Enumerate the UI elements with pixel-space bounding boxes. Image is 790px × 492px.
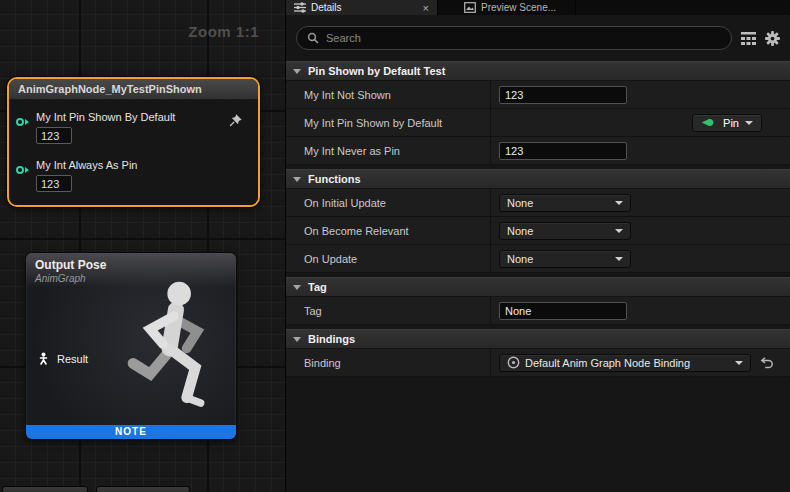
section-functions: Functions On Initial Update None On Beco… [286, 169, 790, 273]
pin-label: My Int Always As Pin [36, 159, 137, 171]
section-header[interactable]: Bindings [286, 329, 790, 349]
settings-gear-icon[interactable] [765, 31, 780, 46]
property-label: Binding [286, 349, 491, 376]
details-panel: Details × Preview Scene... [285, 0, 790, 492]
result-pin-label: Result [57, 353, 88, 365]
partial-node[interactable] [96, 486, 190, 492]
section-title: Tag [308, 281, 327, 293]
pin-icon [701, 118, 717, 127]
chevron-down-icon [293, 69, 301, 74]
mannequin-figure [118, 277, 236, 439]
property-row: On Become Relevant None [286, 217, 790, 245]
binding-dropdown[interactable]: Default Anim Graph Node Binding [499, 354, 751, 372]
chevron-down-icon [293, 177, 301, 182]
section-header[interactable]: Functions [286, 169, 790, 189]
chevron-down-icon [615, 257, 623, 261]
search-input[interactable] [326, 32, 721, 44]
node-title: Output Pose [35, 258, 227, 272]
pin-visibility-dropdown[interactable]: Pin [692, 114, 762, 132]
chevron-down-icon [293, 337, 301, 342]
property-row: Binding Default Anim Graph Node Binding [286, 349, 790, 377]
property-label: My Int Never as Pin [286, 137, 491, 164]
tab-label: Details [311, 2, 342, 13]
dropdown-value: None [507, 253, 533, 265]
pushpin-icon[interactable] [229, 114, 242, 129]
dropdown-value: None [507, 197, 533, 209]
result-pin-row: Result [37, 352, 88, 365]
property-label: Tag [286, 297, 491, 324]
property-row: Tag [286, 297, 790, 325]
chevron-down-icon [745, 121, 753, 125]
chevron-down-icon [615, 229, 623, 233]
section-bindings: Bindings Binding Default Anim Graph Node… [286, 329, 790, 377]
note-bar[interactable]: NOTE [26, 425, 236, 439]
node-body: My Int Pin Shown By Default My Int Alway… [9, 100, 258, 205]
section-header[interactable]: Pin Shown by Default Test [286, 61, 790, 81]
search-icon [307, 32, 319, 44]
property-label: My Int Pin Shown by Default [286, 109, 491, 136]
binding-icon [507, 356, 520, 369]
section-title: Functions [308, 173, 361, 185]
node-title[interactable]: AnimGraphNode_MyTestPinShown [9, 79, 258, 100]
anim-graph-canvas[interactable]: Zoom 1:1 AnimGraphNode_MyTestPinShown My… [0, 0, 285, 492]
binding-value: Default Anim Graph Node Binding [525, 357, 690, 369]
section-header[interactable]: Tag [286, 277, 790, 297]
details-icon [294, 2, 306, 13]
search-box[interactable] [296, 26, 732, 50]
chevron-down-icon [735, 361, 743, 365]
output-pose-node[interactable]: Output Pose AnimGraph Result NOTE [25, 252, 237, 440]
partial-node[interactable] [2, 486, 88, 492]
unreal-editor-window: Zoom 1:1 AnimGraphNode_MyTestPinShown My… [0, 0, 790, 492]
int-pin-icon[interactable] [16, 118, 29, 126]
section-tag: Tag Tag [286, 277, 790, 325]
property-label: On Become Relevant [286, 217, 491, 244]
int-pin-icon[interactable] [16, 166, 29, 174]
preview-scene-icon [464, 2, 476, 13]
node-pin-row: My Int Pin Shown By Default [13, 111, 252, 144]
on-become-relevant-dropdown[interactable]: None [499, 222, 631, 240]
property-row: On Update None [286, 245, 790, 273]
pin-visibility-value: Pin [723, 117, 739, 129]
display-filter-icon[interactable] [741, 32, 756, 45]
tab-bar: Details × Preview Scene... [286, 0, 790, 15]
dropdown-value: None [507, 225, 533, 237]
property-row: On Initial Update None [286, 189, 790, 217]
node-pin-row: My Int Always As Pin [13, 159, 252, 192]
anim-graph-node-selected[interactable]: AnimGraphNode_MyTestPinShown My Int Pin … [7, 77, 260, 207]
property-label: On Update [286, 245, 491, 272]
chevron-down-icon [615, 201, 623, 205]
pin-value-input[interactable] [36, 127, 72, 144]
pose-pin-icon[interactable] [37, 352, 50, 365]
on-initial-update-dropdown[interactable]: None [499, 194, 631, 212]
details-empty-area [286, 377, 790, 492]
tag-input[interactable] [499, 302, 627, 320]
on-update-dropdown[interactable]: None [499, 250, 631, 268]
property-row: My Int Never as Pin [286, 137, 790, 165]
section-title: Bindings [308, 333, 355, 345]
my-int-never-as-pin-input[interactable] [499, 142, 627, 160]
tab-details[interactable]: Details × [286, 0, 438, 15]
my-int-not-shown-input[interactable] [499, 86, 627, 104]
pin-label: My Int Pin Shown By Default [36, 111, 175, 123]
property-row: My Int Not Shown [286, 81, 790, 109]
tab-label: Preview Scene... [481, 2, 556, 13]
property-label: My Int Not Shown [286, 81, 491, 108]
property-label: On Initial Update [286, 189, 491, 216]
section-title: Pin Shown by Default Test [308, 65, 445, 77]
tab-preview-scene[interactable]: Preview Scene... [456, 0, 576, 15]
property-row: My Int Pin Shown by Default Pin [286, 109, 790, 137]
pin-value-input[interactable] [36, 175, 72, 192]
close-icon[interactable]: × [423, 3, 429, 13]
section-pin-shown-by-default-test: Pin Shown by Default Test My Int Not Sho… [286, 61, 790, 165]
chevron-down-icon [293, 285, 301, 290]
reset-to-default-icon[interactable] [760, 357, 774, 369]
zoom-level-label: Zoom 1:1 [188, 23, 259, 40]
details-toolbar [286, 15, 790, 61]
